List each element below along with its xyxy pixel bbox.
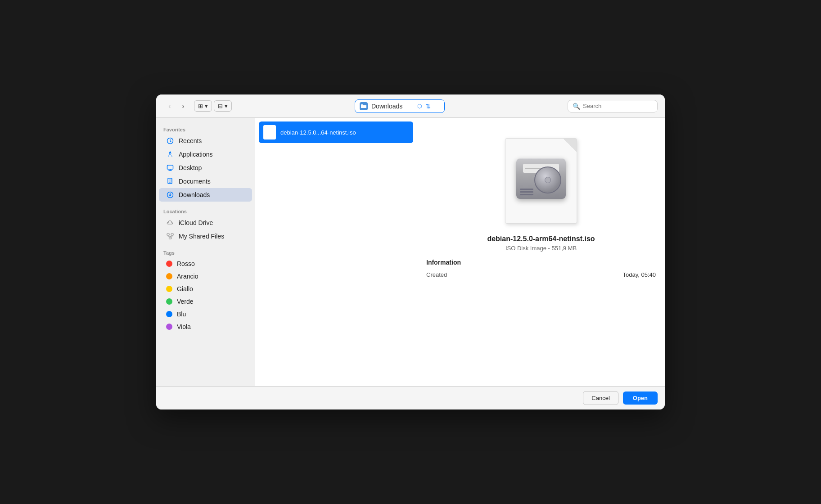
hdd-vent-2	[520, 191, 533, 193]
arancio-label: Arancio	[177, 273, 198, 280]
file-item-debian[interactable]: debian-12.5.0...64-netinst.iso	[259, 122, 413, 143]
sidebar: Favorites Recents	[156, 118, 255, 386]
preview-pane: debian-12.5.0-arm64-netinst.iso ISO Disk…	[417, 118, 665, 386]
columns-icon: ⊞	[198, 103, 203, 109]
hdd-vent-3	[520, 194, 533, 195]
iso-page	[505, 138, 577, 224]
desktop-label: Desktop	[179, 164, 202, 171]
shared-label: My Shared Files	[179, 233, 224, 240]
location-updown-icon: ⇅	[425, 103, 431, 110]
green-dot	[166, 298, 172, 305]
preview-created-row: Created Today, 05:40	[426, 270, 656, 280]
sidebar-item-desktop[interactable]: Desktop	[159, 161, 252, 175]
back-button[interactable]: ‹	[163, 100, 176, 112]
icloud-label: iCloud Drive	[179, 219, 213, 226]
sidebar-item-tag-rosso[interactable]: Rosso	[159, 257, 252, 270]
monitor-icon	[166, 164, 174, 172]
documents-label: Documents	[179, 178, 211, 185]
download-icon	[166, 191, 174, 199]
network-icon	[166, 232, 174, 240]
tags-label: Tags	[156, 247, 255, 257]
cloud-icon	[166, 219, 174, 227]
rosso-label: Rosso	[177, 260, 195, 267]
location-chevron-icon: ⬡	[417, 103, 422, 109]
location-selector[interactable]: Downloads ⬡ ⇅	[355, 99, 445, 113]
svg-rect-8	[267, 130, 272, 135]
hdd-vents	[520, 189, 533, 195]
preview-filename: debian-12.5.0-arm64-netinst.iso	[426, 235, 656, 243]
cancel-button[interactable]: Cancel	[583, 391, 618, 405]
main-content: Favorites Recents	[156, 118, 665, 386]
clock-icon	[166, 137, 174, 145]
sidebar-item-tag-verde[interactable]: Verde	[159, 295, 252, 308]
blue-dot	[166, 311, 172, 317]
svg-rect-6	[171, 234, 173, 235]
preview-image-container	[426, 127, 656, 235]
iso-mini-icon	[266, 129, 273, 135]
sidebar-item-tag-viola[interactable]: Viola	[159, 320, 252, 333]
created-label: Created	[426, 271, 447, 278]
location-label: Downloads	[371, 103, 410, 110]
hdd-vent-1	[520, 189, 533, 190]
sidebar-item-documents[interactable]: Documents	[159, 175, 252, 188]
bottom-bar: Cancel Open	[156, 386, 665, 410]
search-input[interactable]	[583, 103, 646, 109]
svg-rect-2	[167, 165, 173, 169]
columns-chevron: ▾	[205, 103, 208, 109]
sidebar-item-tag-blu[interactable]: Blu	[159, 308, 252, 320]
forward-button[interactable]: ›	[177, 100, 189, 112]
sidebar-item-downloads[interactable]: Downloads	[159, 188, 252, 202]
grid-view-button[interactable]: ⊟ ▾	[214, 100, 232, 112]
location-bar: Downloads ⬡ ⇅	[236, 99, 563, 113]
verde-label: Verde	[177, 298, 194, 305]
sidebar-item-applications[interactable]: Applications	[159, 148, 252, 161]
file-label: debian-12.5.0...64-netinst.iso	[280, 129, 356, 136]
viola-label: Viola	[177, 323, 191, 330]
iso-file-icon	[501, 136, 582, 226]
svg-point-1	[170, 153, 171, 155]
sidebar-item-tag-giallo[interactable]: Giallo	[159, 283, 252, 295]
sidebar-item-shared[interactable]: My Shared Files	[159, 230, 252, 243]
grid-chevron: ▾	[225, 103, 228, 109]
preview-filetype: ISO Disk Image - 551,9 MB	[426, 245, 656, 252]
created-value: Today, 05:40	[623, 271, 656, 278]
red-dot	[166, 261, 172, 267]
svg-rect-5	[167, 234, 169, 235]
disk-image	[516, 158, 566, 203]
sidebar-item-icloud[interactable]: iCloud Drive	[159, 216, 252, 230]
file-list-pane: debian-12.5.0...64-netinst.iso	[255, 118, 417, 386]
downloads-label: Downloads	[179, 191, 210, 198]
view-toggle: ⊞ ▾ ⊟ ▾	[194, 100, 232, 112]
rocket-icon	[166, 150, 174, 158]
documents-icon	[166, 177, 174, 185]
preview-info-header: Information	[426, 259, 656, 266]
hdd-platter	[534, 166, 561, 194]
folder-svg	[361, 104, 366, 109]
search-icon: 🔍	[573, 103, 580, 110]
purple-dot	[166, 324, 172, 330]
columns-view-button[interactable]: ⊞ ▾	[194, 100, 212, 112]
nav-buttons: ‹ ›	[163, 100, 189, 112]
orange-dot	[166, 273, 172, 279]
yellow-dot	[166, 286, 172, 292]
sidebar-item-recents[interactable]: Recents	[159, 134, 252, 148]
hdd-body	[516, 158, 566, 199]
location-folder-icon	[360, 102, 368, 110]
grid-icon: ⊟	[218, 103, 223, 109]
open-button[interactable]: Open	[623, 392, 658, 405]
search-bar: 🔍	[568, 100, 658, 112]
toolbar: ‹ › ⊞ ▾ ⊟ ▾ Downloads ⬡ ⇅	[156, 94, 665, 118]
sidebar-item-tag-arancio[interactable]: Arancio	[159, 270, 252, 283]
recents-label: Recents	[179, 137, 202, 144]
blu-label: Blu	[177, 310, 186, 318]
svg-rect-7	[169, 237, 171, 239]
locations-label: Locations	[156, 205, 255, 216]
favorites-label: Favorites	[156, 123, 255, 134]
giallo-label: Giallo	[177, 285, 193, 292]
file-doc-icon	[263, 125, 276, 140]
applications-label: Applications	[179, 151, 213, 158]
finder-dialog: ‹ › ⊞ ▾ ⊟ ▾ Downloads ⬡ ⇅	[156, 94, 665, 410]
